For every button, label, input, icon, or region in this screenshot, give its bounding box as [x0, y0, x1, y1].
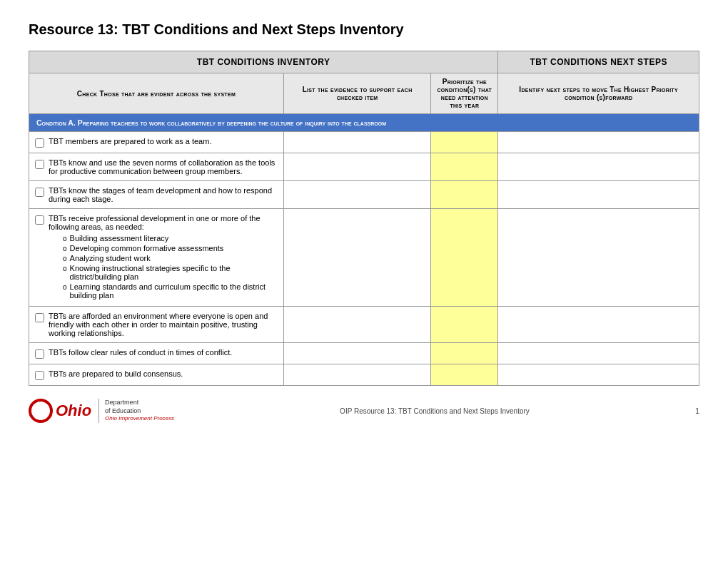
- row-text: TBTs receive professional development in…: [49, 214, 278, 301]
- svg-point-0: [30, 400, 51, 422]
- nextsteps-cell: [498, 153, 699, 181]
- list-item: Building assessment literacy: [63, 234, 278, 242]
- priority-cell: [431, 181, 498, 209]
- footer-page-number: 1: [695, 407, 699, 415]
- subheader-nextsteps: Identify next steps to move The Highest …: [498, 73, 699, 114]
- check-cell: TBTs know the stages of team development…: [29, 181, 284, 209]
- row-text: TBTs are afforded an environment where e…: [49, 312, 278, 337]
- table-row: TBT members are prepared to work as a te…: [29, 132, 699, 153]
- list-item: Learning standards and curriculum specif…: [63, 282, 278, 300]
- main-table: TBT CONDITIONS INVENTORY TBT CONDITIONS …: [29, 51, 699, 386]
- subheader-priority: Prioritize the condition(s) that need at…: [431, 73, 498, 114]
- row-text: TBTs know and use the seven norms of col…: [49, 158, 278, 175]
- priority-cell: [431, 153, 498, 181]
- nextsteps-cell: [498, 132, 699, 153]
- dept-text: Department of Education Ohio Improvement…: [98, 399, 174, 423]
- list-item: Developing common formative assessments: [63, 244, 278, 252]
- nextsteps-section-header: TBT CONDITIONS NEXT STEPS: [498, 51, 699, 73]
- footer: Ohio Department of Education Ohio Improv…: [29, 399, 699, 423]
- sub-list: Building assessment literacyDeveloping c…: [63, 234, 278, 300]
- evidence-cell: [283, 132, 431, 153]
- dept-line2: of Education: [105, 407, 174, 416]
- nextsteps-cell: [498, 343, 699, 364]
- evidence-cell: [283, 364, 431, 386]
- row-checkbox[interactable]: [35, 215, 44, 225]
- evidence-cell: [283, 209, 431, 307]
- row-text: TBT members are prepared to work as a te…: [49, 137, 211, 145]
- row-checkbox[interactable]: [35, 313, 44, 322]
- row-checkbox[interactable]: [35, 349, 44, 359]
- condition-a-label: Condition A. Preparing teachers to work …: [29, 114, 699, 132]
- row-checkbox[interactable]: [35, 188, 44, 197]
- ohio-logo: Ohio: [29, 399, 91, 423]
- priority-cell: [431, 209, 498, 307]
- condition-a-row: Condition A. Preparing teachers to work …: [29, 114, 699, 132]
- table-row: TBTs follow clear rules of conduct in ti…: [29, 343, 699, 364]
- footer-left: Ohio Department of Education Ohio Improv…: [29, 399, 174, 423]
- row-checkbox[interactable]: [35, 138, 44, 148]
- page-title: Resource 13: TBT Conditions and Next Ste…: [29, 21, 699, 38]
- row-text: TBTs are prepared to build consensus.: [49, 369, 183, 378]
- list-item: Knowing instructional strategies specifi…: [63, 264, 278, 281]
- evidence-cell: [283, 181, 431, 209]
- row-text: TBTs know the stages of team development…: [49, 186, 278, 203]
- check-cell: TBTs are afforded an environment where e…: [29, 307, 284, 343]
- table-row: TBTs receive professional development in…: [29, 209, 699, 307]
- nextsteps-cell: [498, 307, 699, 343]
- sub-header-row: Check Those that are evident across the …: [29, 73, 699, 114]
- evidence-cell: [283, 343, 431, 364]
- row-text: TBTs follow clear rules of conduct in ti…: [49, 348, 232, 357]
- subheader-check: Check Those that are evident across the …: [29, 73, 284, 114]
- row-checkbox[interactable]: [35, 160, 44, 169]
- list-item: Analyzing student work: [63, 254, 278, 262]
- inventory-section-header: TBT CONDITIONS INVENTORY: [29, 51, 498, 73]
- footer-center-text: OIP Resource 13: TBT Conditions and Next…: [340, 407, 530, 415]
- nextsteps-cell: [498, 364, 699, 386]
- check-cell: TBTs follow clear rules of conduct in ti…: [29, 343, 284, 364]
- table-row: TBTs know the stages of team development…: [29, 181, 699, 209]
- priority-cell: [431, 343, 498, 364]
- evidence-cell: [283, 307, 431, 343]
- priority-cell: [431, 132, 498, 153]
- oip-label: Ohio Improvement Process: [105, 415, 174, 422]
- ohio-text-label: Ohio: [56, 402, 91, 420]
- nextsteps-cell: [498, 209, 699, 307]
- check-cell: TBTs receive professional development in…: [29, 209, 284, 307]
- section-header-row: TBT CONDITIONS INVENTORY TBT CONDITIONS …: [29, 51, 699, 73]
- ohio-o-icon: [29, 399, 53, 423]
- table-row: TBTs are afforded an environment where e…: [29, 307, 699, 343]
- row-checkbox[interactable]: [35, 371, 44, 380]
- evidence-cell: [283, 153, 431, 181]
- dept-line1: Department: [105, 399, 174, 407]
- subheader-evidence: List the evidence to support each checke…: [283, 73, 431, 114]
- priority-cell: [431, 307, 498, 343]
- nextsteps-cell: [498, 181, 699, 209]
- check-cell: TBTs know and use the seven norms of col…: [29, 153, 284, 181]
- table-row: TBTs are prepared to build consensus.: [29, 364, 699, 386]
- check-cell: TBTs are prepared to build consensus.: [29, 364, 284, 386]
- table-row: TBTs know and use the seven norms of col…: [29, 153, 699, 181]
- priority-cell: [431, 364, 498, 386]
- check-cell: TBT members are prepared to work as a te…: [29, 132, 284, 153]
